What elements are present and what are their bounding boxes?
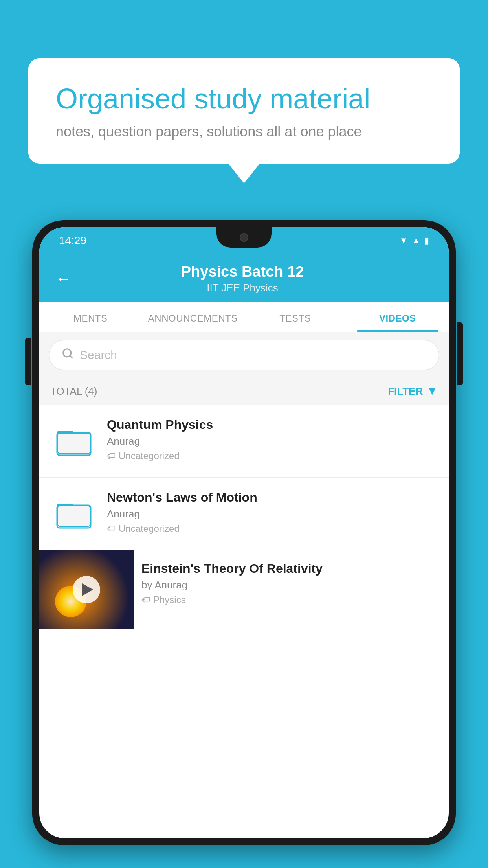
video-info: Einstein's Theory Of Relativity by Anura…	[134, 550, 449, 616]
speech-bubble-card: Organised study material notes, question…	[28, 58, 460, 164]
status-time: 14:29	[59, 234, 86, 247]
batch-title: Physics Batch 12	[83, 263, 402, 280]
total-count: TOTAL (4)	[50, 385, 97, 397]
wifi-icon: ▼	[399, 235, 408, 246]
video-tag: 🏷 Uncategorized	[107, 451, 438, 462]
batch-subtitle: IIT JEE Physics	[83, 282, 402, 294]
status-icons: ▼ ▲ ▮	[399, 235, 429, 246]
back-button[interactable]: ←	[55, 269, 72, 288]
video-title: Quantum Physics	[107, 417, 438, 432]
folder-thumbnail	[50, 490, 97, 537]
tag-icon: 🏷	[141, 595, 150, 605]
svg-rect-4	[58, 433, 90, 454]
svg-rect-7	[58, 506, 90, 526]
status-bar: 14:29 ▼ ▲ ▮	[39, 227, 449, 254]
video-list: Quantum Physics Anurag 🏷 Uncategorized	[39, 405, 449, 629]
list-item[interactable]: Einstein's Theory Of Relativity by Anura…	[39, 550, 449, 629]
filter-label: FILTER	[388, 385, 423, 397]
tab-videos[interactable]: VIDEOS	[347, 302, 449, 332]
play-icon	[82, 583, 93, 596]
battery-icon: ▮	[424, 235, 429, 246]
notch	[216, 227, 272, 248]
tab-tests[interactable]: TESTS	[244, 302, 347, 332]
search-placeholder: Search	[80, 348, 117, 362]
video-thumbnail-image	[39, 550, 134, 629]
search-container: Search	[39, 332, 449, 378]
video-title: Newton's Laws of Motion	[107, 490, 438, 505]
tab-announcements[interactable]: ANNOUNCEMENTS	[142, 302, 244, 332]
video-title: Einstein's Theory Of Relativity	[141, 561, 441, 576]
signal-icon: ▲	[412, 235, 420, 246]
search-icon	[62, 348, 73, 362]
tag-label: Uncategorized	[119, 523, 180, 534]
video-tag: 🏷 Uncategorized	[107, 523, 438, 534]
search-box[interactable]: Search	[49, 340, 439, 370]
tag-icon: 🏷	[107, 524, 116, 534]
video-info: Quantum Physics Anurag 🏷 Uncategorized	[107, 417, 438, 462]
tag-label: Physics	[153, 594, 186, 605]
camera-dot	[240, 233, 248, 242]
app-header: ← Physics Batch 12 IIT JEE Physics	[39, 254, 449, 302]
phone-outer: 14:29 ▼ ▲ ▮ ← Physics Batch 12 IIT JEE P…	[32, 220, 456, 845]
tab-ments[interactable]: MENTS	[39, 302, 142, 332]
svg-line-1	[70, 356, 72, 358]
phone-mockup: 14:29 ▼ ▲ ▮ ← Physics Batch 12 IIT JEE P…	[32, 220, 456, 868]
video-author: Anurag	[107, 508, 438, 520]
video-author: by Anurag	[141, 579, 441, 591]
filter-button[interactable]: FILTER ▼	[388, 385, 438, 397]
tag-label: Uncategorized	[119, 451, 180, 462]
tag-icon: 🏷	[107, 451, 116, 461]
list-item[interactable]: Quantum Physics Anurag 🏷 Uncategorized	[39, 405, 449, 478]
speech-bubble-title: Organised study material	[56, 82, 432, 116]
speech-bubble-subtitle: notes, question papers, solutions all at…	[56, 123, 432, 140]
speech-bubble-section: Organised study material notes, question…	[28, 58, 460, 183]
filter-row: TOTAL (4) FILTER ▼	[39, 378, 449, 405]
phone-screen: 14:29 ▼ ▲ ▮ ← Physics Batch 12 IIT JEE P…	[39, 227, 449, 838]
filter-icon: ▼	[427, 385, 438, 397]
video-author: Anurag	[107, 435, 438, 447]
video-info: Newton's Laws of Motion Anurag 🏷 Uncateg…	[107, 490, 438, 534]
video-tag: 🏷 Physics	[141, 594, 441, 605]
play-button[interactable]	[73, 576, 100, 603]
speech-bubble-arrow	[228, 164, 260, 183]
folder-thumbnail	[50, 417, 97, 465]
header-title-group: Physics Batch 12 IIT JEE Physics	[83, 263, 402, 294]
tabs-bar: MENTS ANNOUNCEMENTS TESTS VIDEOS	[39, 302, 449, 332]
list-item[interactable]: Newton's Laws of Motion Anurag 🏷 Uncateg…	[39, 478, 449, 550]
